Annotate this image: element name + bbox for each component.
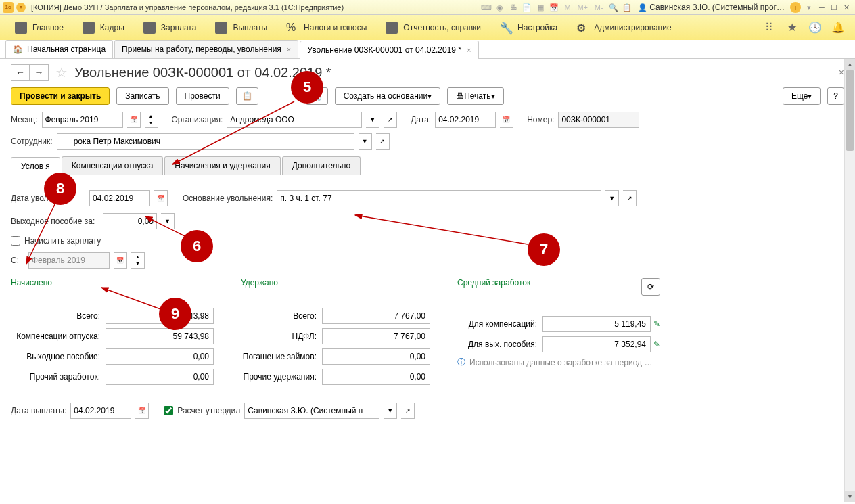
print-icon[interactable]: 🖶 bbox=[508, 2, 519, 13]
nav-admin[interactable]: ⚙Администрирование bbox=[567, 15, 680, 40]
spinner-icon[interactable]: ▲▼ bbox=[145, 112, 158, 128]
edit-icon[interactable]: ✎ bbox=[653, 319, 660, 329]
nav-reports[interactable]: Отчетность, справки bbox=[376, 15, 490, 40]
close-icon[interactable]: ✕ bbox=[841, 2, 852, 13]
user-label[interactable]: 👤 Савинская З.Ю. (Системный прог… bbox=[638, 3, 785, 12]
news-icon[interactable]: 📋 bbox=[622, 2, 632, 13]
minimize-icon[interactable]: ─ bbox=[816, 2, 827, 13]
tab-additional[interactable]: Дополнительно bbox=[282, 156, 361, 175]
favorite-icon[interactable]: ☆ bbox=[55, 64, 68, 81]
dropdown-icon[interactable]: ▼ bbox=[384, 403, 397, 419]
dropdown-icon[interactable]: ▼ bbox=[161, 213, 175, 229]
open-icon[interactable]: ↗ bbox=[384, 112, 397, 128]
app-menu-dropdown[interactable]: ▾ bbox=[16, 3, 26, 12]
calendar-icon[interactable]: 📅 bbox=[135, 403, 149, 419]
callout-7: 7 bbox=[528, 233, 560, 266]
tab-home[interactable]: 🏠 Начальная страница bbox=[5, 40, 113, 58]
create-on-button[interactable]: Создать на основании ▾ bbox=[335, 87, 441, 105]
month-input[interactable] bbox=[42, 112, 123, 128]
post-close-button[interactable]: Провести и закрыть bbox=[11, 87, 110, 105]
dismiss-date-input[interactable] bbox=[89, 190, 150, 206]
nav-settings[interactable]: 🔧Настройка bbox=[490, 15, 567, 40]
window-title: [КОПИЯ] Демо ЗУП / Зарплата и управление… bbox=[31, 3, 344, 12]
loan-label: Погашение займов: bbox=[241, 352, 322, 361]
approved-input[interactable] bbox=[244, 403, 379, 419]
severance-input[interactable] bbox=[103, 213, 157, 229]
open-icon[interactable]: ↗ bbox=[401, 403, 415, 419]
paydate-input[interactable] bbox=[70, 403, 131, 419]
open-icon[interactable]: ↗ bbox=[623, 190, 637, 206]
save-button[interactable]: Записать bbox=[116, 87, 168, 105]
calendar-icon[interactable]: 📅 bbox=[127, 112, 141, 128]
zoom-icon[interactable]: 🔍 bbox=[608, 2, 619, 13]
nav-main[interactable]: Главное bbox=[5, 15, 73, 40]
mminus-icon[interactable]: M- bbox=[592, 2, 605, 13]
page-title: Увольнение 00ЗК-000001 от 04.02.2019 * bbox=[74, 65, 331, 81]
scrollbar[interactable]: ▲ ▼ bbox=[844, 59, 855, 502]
calendar-icon[interactable]: 📅 bbox=[114, 252, 127, 269]
tab-vacation-comp[interactable]: Компенсации отпуска bbox=[62, 156, 163, 175]
calendar-icon[interactable]: 📅 bbox=[549, 2, 559, 13]
nav-salary[interactable]: Зарплата bbox=[134, 15, 206, 40]
dropdown-icon[interactable]: ▼ bbox=[605, 190, 619, 206]
ndfl-value: 7 767,00 bbox=[322, 328, 430, 344]
scroll-thumb[interactable] bbox=[846, 70, 854, 151]
nav-taxes[interactable]: %Налоги и взносы bbox=[277, 15, 376, 40]
tab-close-icon[interactable]: × bbox=[467, 46, 471, 54]
doc-action-button[interactable]: 📋 bbox=[236, 87, 258, 105]
tab-dismissal[interactable]: Увольнение 00ЗК-000001 от 04.02.2019 *× bbox=[300, 41, 478, 59]
avg-comp-value: 5 119,45 bbox=[542, 316, 651, 332]
history-icon[interactable]: 🕓 bbox=[808, 20, 823, 35]
paydate-label: Дата выплаты: bbox=[11, 406, 66, 415]
edit-icon[interactable]: ✎ bbox=[653, 340, 660, 349]
page-close-icon[interactable]: × bbox=[839, 67, 844, 78]
list-icon bbox=[15, 22, 27, 34]
num-input[interactable] bbox=[558, 112, 639, 128]
maximize-icon[interactable]: ☐ bbox=[829, 2, 839, 13]
nav-payments[interactable]: Выплаты bbox=[206, 15, 277, 40]
tab-close-icon[interactable]: × bbox=[287, 45, 291, 53]
date-input[interactable] bbox=[435, 112, 496, 128]
post-button[interactable]: Провести bbox=[176, 87, 229, 105]
apps-icon[interactable]: ⠿ bbox=[762, 20, 777, 35]
back-button[interactable]: ← bbox=[11, 64, 30, 81]
info-icon[interactable]: i bbox=[790, 2, 801, 13]
help-button[interactable]: ? bbox=[827, 87, 844, 105]
dropdown-icon[interactable]: ▼ bbox=[366, 112, 379, 128]
calendar-icon[interactable]: 📅 bbox=[500, 112, 513, 128]
accrued-header: Начислено bbox=[11, 278, 214, 288]
scroll-up-icon[interactable]: ▲ bbox=[845, 59, 855, 70]
spinner-icon[interactable]: ▲▼ bbox=[131, 252, 145, 269]
grid-icon[interactable]: ▦ bbox=[535, 2, 546, 13]
open-icon[interactable]: ↗ bbox=[376, 133, 390, 150]
m-icon[interactable]: M bbox=[562, 2, 573, 13]
callout-6: 6 bbox=[181, 230, 213, 262]
print-button[interactable]: 🖶 Печать ▾ bbox=[447, 87, 503, 105]
tab-accruals[interactable]: Начисления и удержания bbox=[164, 156, 280, 175]
wother-label: Прочие удержания: bbox=[241, 372, 322, 382]
refresh-button[interactable]: ⟳ bbox=[641, 278, 660, 296]
scroll-down-icon[interactable]: ▼ bbox=[845, 491, 855, 502]
bell-icon[interactable]: 🔔 bbox=[831, 20, 846, 35]
reason-input[interactable] bbox=[277, 190, 601, 206]
employee-input[interactable] bbox=[57, 133, 354, 150]
nav-hr[interactable]: Кадры bbox=[73, 15, 134, 40]
more-button[interactable]: Еще ▾ bbox=[783, 87, 821, 105]
calendar-icon[interactable]: 📅 bbox=[154, 190, 168, 206]
star-icon[interactable]: ★ bbox=[785, 20, 800, 35]
from-input[interactable] bbox=[28, 252, 110, 269]
org-input[interactable] bbox=[227, 112, 362, 128]
tab-conditions[interactable]: Услов я bbox=[11, 157, 60, 175]
forward-button[interactable]: → bbox=[30, 64, 49, 81]
doc-icon[interactable]: 📄 bbox=[522, 2, 532, 13]
accrue-salary-checkbox[interactable] bbox=[11, 236, 20, 246]
mplus-icon[interactable]: M+ bbox=[576, 2, 589, 13]
nav-icon[interactable]: ◉ bbox=[494, 2, 505, 13]
dropdown-icon[interactable]: ▾ bbox=[804, 2, 814, 13]
sev-label: Выходное пособие: bbox=[11, 352, 106, 361]
calc-icon[interactable]: ⌨ bbox=[481, 2, 492, 13]
info-icon[interactable]: ⓘ bbox=[457, 357, 465, 368]
tab-hires[interactable]: Приемы на работу, переводы, увольнения× bbox=[114, 40, 298, 58]
approved-checkbox[interactable] bbox=[164, 406, 173, 415]
dropdown-icon[interactable]: ▼ bbox=[359, 133, 372, 150]
